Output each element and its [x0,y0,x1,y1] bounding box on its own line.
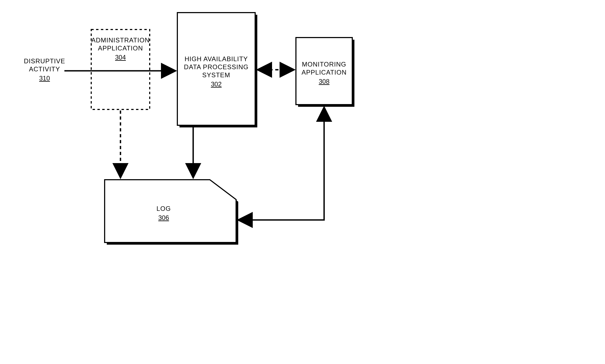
node-log: LOG 306 [105,180,238,245]
log-label-1: LOG [156,205,171,212]
disruptive-label-2: ACTIVITY [29,65,60,73]
hads-ref: 302 [211,80,222,88]
log-ref: 306 [158,214,169,221]
node-hads: HIGH AVAILABILITY DATA PROCESSING SYSTEM… [177,13,257,127]
disruptive-ref: 310 [39,75,50,82]
hads-label-1: HIGH AVAILABILITY [185,55,248,62]
monitor-ref: 308 [319,78,329,85]
system-diagram: DISRUPTIVE ACTIVITY 310 ADMINISTRATION A… [0,0,605,364]
node-disruptive-activity: DISRUPTIVE ACTIVITY 310 [24,57,65,82]
monitor-label-1: MONITORING [302,61,346,68]
hads-label-3: SYSTEM [202,71,230,79]
node-admin-app: ADMINISTRATION APPLICATION 304 [91,30,150,109]
admin-label-2: APPLICATION [98,45,143,52]
admin-label-1: ADMINISTRATION [91,36,150,44]
admin-ref: 304 [115,54,126,61]
node-monitoring-app: MONITORING APPLICATION 308 [296,38,354,107]
hads-label-2: DATA PROCESSING [184,63,249,71]
monitor-label-2: APPLICATION [302,69,347,76]
disruptive-label-1: DISRUPTIVE [24,57,65,65]
